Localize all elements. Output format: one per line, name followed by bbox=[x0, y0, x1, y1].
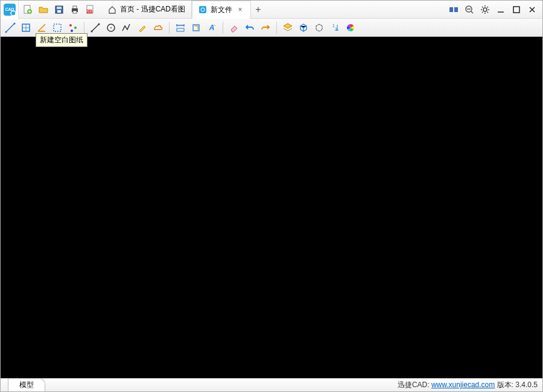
svg-rect-9 bbox=[73, 6, 77, 8]
tab-home[interactable]: 首页 - 迅捷CAD看图 bbox=[102, 1, 192, 19]
model-tab[interactable]: 模型 bbox=[8, 378, 45, 391]
tooltip-text: 新建空白图纸 bbox=[40, 36, 83, 44]
tab-home-label: 首页 - 迅捷CAD看图 bbox=[120, 4, 185, 14]
color-wheel-button[interactable] bbox=[343, 21, 358, 35]
print-button[interactable] bbox=[68, 3, 81, 16]
svg-point-26 bbox=[74, 27, 77, 29]
measure-angle-button[interactable] bbox=[34, 21, 49, 35]
cloud-tool-button[interactable] bbox=[151, 21, 165, 35]
svg-point-29 bbox=[98, 23, 100, 25]
title-bar: CAD PDF 首页 - 迅捷CAD看图 新文件 × + bbox=[1, 1, 542, 19]
status-bar: 模型 迅捷CAD: www.xunjiecad.com 版本: 3.4.0.5 bbox=[1, 378, 542, 391]
svg-point-25 bbox=[69, 24, 72, 27]
svg-text:PDF: PDF bbox=[86, 10, 92, 13]
svg-rect-24 bbox=[54, 24, 61, 31]
text-tool-button[interactable]: A bbox=[205, 21, 219, 35]
dimension-linear-button[interactable] bbox=[173, 21, 188, 35]
svg-rect-32 bbox=[177, 28, 184, 31]
brand-label: 迅捷CAD: bbox=[398, 381, 431, 389]
home-icon bbox=[108, 5, 116, 14]
separator bbox=[84, 22, 84, 34]
status-right: 迅捷CAD: www.xunjiecad.com 版本: 3.4.0.5 bbox=[398, 380, 542, 390]
separator bbox=[223, 22, 223, 34]
svg-rect-7 bbox=[57, 10, 61, 13]
measure-distance-button[interactable] bbox=[3, 21, 17, 35]
version-label: 版本: bbox=[495, 381, 515, 389]
website-link[interactable]: www.xunjiecad.com bbox=[431, 381, 495, 389]
new-file-button[interactable] bbox=[21, 3, 34, 16]
tab-bar: 首页 - 迅捷CAD看图 新文件 × + bbox=[102, 1, 443, 19]
maximize-button[interactable] bbox=[510, 3, 523, 16]
save-button[interactable] bbox=[52, 3, 66, 16]
svg-rect-14 bbox=[199, 6, 206, 13]
svg-point-21 bbox=[5, 31, 7, 33]
window-controls bbox=[443, 3, 542, 16]
svg-point-19 bbox=[483, 8, 487, 11]
app-logo: CAD bbox=[1, 1, 19, 19]
version-value: 3.4.0.5 bbox=[515, 381, 538, 389]
svg-rect-10 bbox=[73, 11, 77, 13]
block-button[interactable] bbox=[312, 21, 326, 35]
layers-button[interactable] bbox=[281, 21, 295, 35]
rectangle-select-button[interactable] bbox=[50, 21, 65, 35]
svg-rect-6 bbox=[57, 7, 62, 9]
svg-rect-16 bbox=[449, 7, 453, 12]
svg-rect-20 bbox=[513, 7, 519, 13]
highlight-tool-button[interactable] bbox=[135, 21, 150, 35]
polyline-tool-button[interactable] bbox=[119, 21, 134, 35]
svg-rect-17 bbox=[454, 7, 458, 12]
separator bbox=[276, 22, 277, 34]
undo-button[interactable] bbox=[243, 21, 257, 35]
dimension-aligned-button[interactable] bbox=[189, 21, 203, 35]
export-pdf-button[interactable]: PDF bbox=[84, 3, 97, 16]
sort-button[interactable]: 12 bbox=[328, 21, 342, 35]
zoom-out-icon[interactable] bbox=[463, 3, 476, 16]
3d-view-button[interactable] bbox=[296, 21, 311, 35]
svg-point-27 bbox=[71, 30, 73, 32]
tab-file[interactable]: 新文件 × bbox=[192, 1, 251, 19]
open-file-button[interactable] bbox=[37, 3, 50, 16]
drawing-canvas[interactable] bbox=[1, 37, 542, 378]
tab-add-button[interactable]: + bbox=[251, 1, 265, 19]
redo-button[interactable] bbox=[258, 21, 273, 35]
svg-point-31 bbox=[110, 27, 112, 28]
svg-text:A: A bbox=[209, 24, 215, 32]
circle-tool-button[interactable] bbox=[104, 21, 118, 35]
line-tool-button[interactable] bbox=[88, 21, 103, 35]
close-button[interactable] bbox=[526, 3, 539, 16]
eraser-button[interactable] bbox=[227, 21, 241, 35]
svg-point-22 bbox=[14, 22, 16, 24]
quick-access-toolbar: PDF bbox=[19, 3, 100, 16]
minimize-button[interactable] bbox=[494, 3, 507, 16]
model-tab-label: 模型 bbox=[19, 381, 34, 389]
tooltip: 新建空白图纸 bbox=[36, 33, 87, 47]
tab-file-label: 新文件 bbox=[211, 5, 232, 15]
measure-area-button[interactable] bbox=[19, 21, 33, 35]
vip-icon[interactable] bbox=[447, 3, 460, 16]
document-icon bbox=[198, 5, 207, 14]
tab-close-button[interactable]: × bbox=[236, 5, 244, 14]
main-toolbar: A 12 新建空白图纸 bbox=[1, 19, 542, 37]
separator bbox=[169, 22, 170, 34]
point-select-button[interactable] bbox=[66, 21, 80, 35]
settings-button[interactable] bbox=[478, 3, 492, 16]
svg-point-28 bbox=[91, 30, 93, 32]
